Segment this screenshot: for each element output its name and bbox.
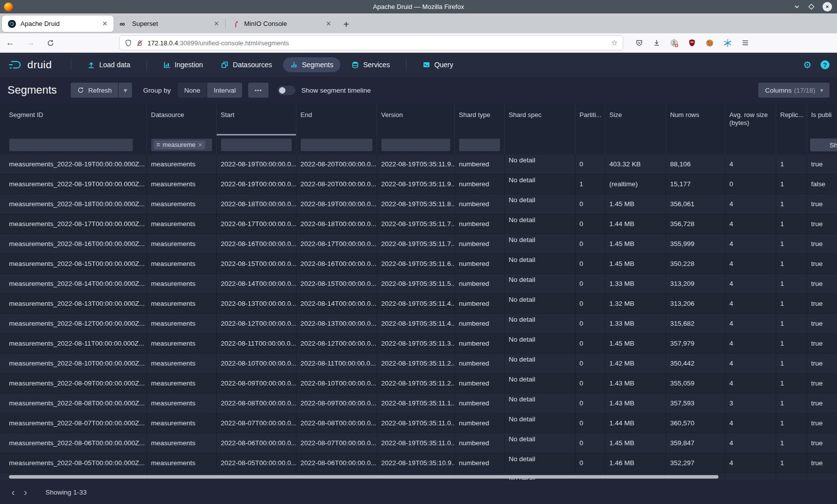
group-by-none-button[interactable]: None [178,83,207,98]
cell-start: 2022-08-15T00:00:00.0... [217,254,296,273]
next-page-button[interactable]: › [19,487,32,497]
column-header-datasource[interactable]: Datasource [147,104,217,135]
cell-start: 2022-08-06T00:00:00.0... [217,433,296,453]
filter-cell-start [217,135,296,154]
cell-version: 2022-08-19T05:35:11.2... [377,354,455,373]
cell-segment_id: measurements_2022-08-16T00:00:00.000Z... [0,234,147,253]
tracking-shield-icon[interactable] [125,39,132,47]
cell-avg_row_size: 4 [725,413,776,433]
cell-partition: 0 [575,354,605,373]
cell-size: (realtime) [605,174,666,194]
column-header-shard_spec[interactable]: Shard spec [505,104,575,135]
cell-size: 1.33 MB [605,314,666,333]
group-by-interval-button[interactable]: Interval [207,83,242,98]
nav-item-datasources[interactable]: Datasources [214,57,279,72]
nav-item-segments[interactable]: Segments [283,57,340,72]
cell-is_published: true [807,453,837,473]
cell-segment_id: measurements_2022-08-11T00:00:00.000Z... [0,334,147,353]
tab-superset[interactable]: ∞ Superset ✕ [114,15,225,32]
cell-avg_row_size: 4 [725,354,776,373]
cell-size: 1.33 MB [605,274,666,293]
cell-shard_spec: No detail [505,433,575,453]
cell-start: 2022-08-09T00:00:00.0... [217,374,296,393]
help-icon[interactable]: ? [821,60,830,69]
cell-datasource: measurements [147,254,217,273]
filter-input-version[interactable] [381,138,450,151]
datasource-filter-tag[interactable]: =measureme✕ [154,140,205,149]
url-bar[interactable]: 172.18.0.4:30899/unified-console.html#se… [119,35,623,50]
pocket-icon[interactable] [635,39,643,47]
cookie-extension-icon[interactable] [705,39,714,47]
tab-close-icon[interactable]: ✕ [324,19,333,28]
window-minimize-icon[interactable] [794,3,800,10]
column-header-version[interactable]: Version [377,104,455,135]
previous-page-button[interactable]: ‹ [7,487,19,497]
cell-segment_id: measurements_2022-08-19T00:00:00.000Z... [0,174,147,194]
show-filter-button[interactable]: Show [810,138,837,151]
column-header-replication[interactable]: Replic... [776,104,807,135]
insecure-lock-icon[interactable] [136,39,143,47]
filter-input-segment_id[interactable] [9,138,133,151]
refresh-caret-button[interactable]: ▾ [119,83,132,98]
column-header-end[interactable]: End [296,104,377,135]
cell-datasource: measurements [147,174,217,194]
cell-avg_row_size: 4 [725,294,776,313]
column-header-size[interactable]: Size [605,104,666,135]
filter-input-start[interactable] [221,138,292,151]
asterisk-extension-icon[interactable] [723,39,732,47]
tab-apache-druid[interactable]: Apache Druid ✕ [2,15,114,32]
cell-segment_id: measurements_2022-08-08T00:00:00.000Z... [0,393,147,413]
nav-item-ingestion[interactable]: Ingestion [156,57,210,72]
refresh-button[interactable]: Refresh [71,83,118,98]
column-header-num_rows[interactable]: Num rows [666,104,725,135]
tab-close-icon[interactable]: ✕ [100,19,110,28]
downloads-icon[interactable] [653,39,661,47]
nav-item-services[interactable]: Services [344,57,397,72]
horizontal-scrollbar[interactable] [9,475,718,479]
more-options-button[interactable]: ••• [248,83,269,98]
window-maximize-icon[interactable] [808,3,815,10]
segment-timeline-toggle[interactable] [278,86,295,95]
reload-button[interactable] [41,39,60,47]
tab-close-icon[interactable]: ✕ [212,19,221,28]
cell-datasource: measurements [147,294,217,313]
cell-shard_type: numbered [455,154,505,174]
extension-disabled-icon[interactable] [670,39,679,47]
cell-replication: 1 [776,433,807,453]
bookmark-star-icon[interactable]: ☆ [611,38,618,47]
cell-end: 2022-08-20T00:00:00.0... [296,154,377,174]
column-header-segment_id[interactable]: Segment ID [0,104,147,135]
table-filter-row: =measureme✕Show [0,135,837,154]
nav-item-load-data[interactable]: Load data [80,57,137,72]
back-button[interactable]: ← [0,38,20,48]
cell-shard_type: numbered [455,174,505,194]
table-row: measurements_2022-08-15T00:00:00.000Z...… [0,254,837,274]
query-icon [422,61,430,69]
window-close-icon[interactable] [823,2,832,11]
settings-gear-icon[interactable]: ⚙ [803,60,812,70]
menu-hamburger-icon[interactable] [741,39,749,47]
forward-button[interactable]: → [20,38,41,48]
column-header-shard_type[interactable]: Shard type [455,104,505,135]
new-tab-button[interactable]: + [337,19,355,33]
nav-item-query[interactable]: Query [416,57,460,72]
tab-minio-console[interactable]: MinIO Console ✕ [226,15,337,32]
druid-brand[interactable]: druid [7,59,52,71]
cell-shard_type: numbered [455,294,505,313]
cell-end: 2022-08-18T00:00:00.0... [296,214,377,234]
filter-input-shard_type[interactable] [459,138,500,151]
filter-cell-partition [575,135,605,154]
column-header-start[interactable]: Start [217,104,296,135]
cell-segment_id: measurements_2022-08-12T00:00:00.000Z... [0,314,147,333]
datasources-icon [221,61,229,69]
tag-remove-icon[interactable]: ✕ [198,142,202,148]
filter-input-end[interactable] [300,138,373,151]
column-header-avg_row_size[interactable]: Avg. row size (bytes) [725,104,776,135]
columns-dropdown-button[interactable]: Columns (17/18) ▾ [758,83,830,98]
table-row: measurements_2022-08-17T00:00:00.000Z...… [0,214,837,234]
filter-input-datasource[interactable]: =measureme✕ [151,138,212,151]
column-header-is_published[interactable]: Is publi [807,104,837,135]
ublock-origin-icon[interactable]: UO [688,39,696,47]
column-header-partition[interactable]: Partiti... [575,104,605,135]
cell-shard_type: numbered [455,393,505,413]
